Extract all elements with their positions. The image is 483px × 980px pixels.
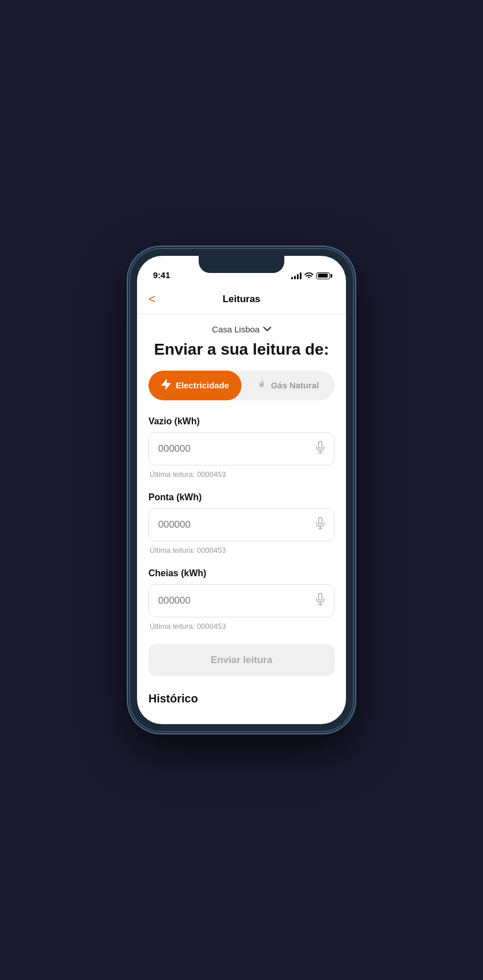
vazio-label: Vazio (kWh) xyxy=(148,416,335,427)
location-name: Casa Lisboa xyxy=(212,324,259,334)
vazio-input[interactable] xyxy=(158,443,316,455)
scroll-content: Casa Lisboa Enviar a sua leitura de: xyxy=(137,314,346,724)
mic-icon-ponta[interactable] xyxy=(316,517,325,532)
ponta-input-wrap xyxy=(148,508,335,541)
historico-title: Histórico xyxy=(148,692,335,705)
field-vazio: Vazio (kWh) Última leitura: 0000453 xyxy=(148,416,335,479)
flame-icon xyxy=(257,379,266,392)
phone-frame: 9:41 xyxy=(130,249,353,731)
cheias-input[interactable] xyxy=(158,595,316,607)
location-selector[interactable]: Casa Lisboa xyxy=(148,314,335,340)
tab-electricidade-label: Electricidade xyxy=(176,380,229,390)
chevron-down-icon xyxy=(263,326,271,334)
submit-button[interactable]: Enviar leitura xyxy=(148,644,335,676)
svg-rect-0 xyxy=(319,441,322,448)
wifi-icon xyxy=(304,271,313,280)
status-time: 9:41 xyxy=(153,270,170,280)
battery-icon xyxy=(316,272,330,279)
cheias-input-wrap xyxy=(148,584,335,617)
page-title: Leituras xyxy=(223,294,260,305)
tab-toggle: Electricidade Gás Natural xyxy=(148,371,335,400)
mic-icon[interactable] xyxy=(316,441,325,456)
ponta-input[interactable] xyxy=(158,519,316,531)
tab-gas-label: Gás Natural xyxy=(271,380,319,390)
vazio-input-wrap xyxy=(148,432,335,465)
cheias-label: Cheias (kWh) xyxy=(148,568,335,579)
tab-electricidade[interactable]: Electricidade xyxy=(148,371,242,400)
electricity-icon xyxy=(161,379,171,392)
ponta-last-reading: Última leitura: 0000453 xyxy=(148,546,335,555)
field-ponta: Ponta (kWh) Última leitura: 0000453 xyxy=(148,492,335,555)
notch xyxy=(199,256,284,273)
nav-header: < Leituras xyxy=(137,284,346,314)
status-icons xyxy=(291,271,330,280)
main-title: Enviar a sua leitura de: xyxy=(148,340,335,359)
ponta-label: Ponta (kWh) xyxy=(148,492,335,503)
svg-rect-6 xyxy=(319,593,322,600)
field-cheias: Cheias (kWh) Última leitura: 0000453 xyxy=(148,568,335,630)
back-button[interactable]: < xyxy=(148,293,156,306)
mic-icon-cheias[interactable] xyxy=(316,593,325,608)
tab-gas[interactable]: Gás Natural xyxy=(242,371,335,400)
vazio-last-reading: Última leitura: 0000453 xyxy=(148,470,335,479)
cheias-last-reading: Última leitura: 0000453 xyxy=(148,622,335,630)
signal-icon xyxy=(291,272,301,279)
svg-rect-3 xyxy=(319,517,322,524)
phone-screen: 9:41 xyxy=(137,256,346,724)
